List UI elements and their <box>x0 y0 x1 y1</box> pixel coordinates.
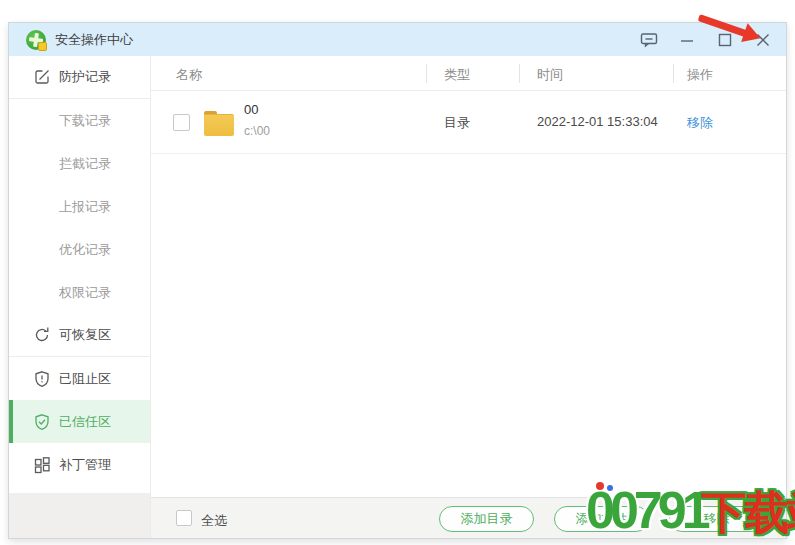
sidebar-item-label: 拦截记录 <box>59 155 111 173</box>
sidebar-item-recoverable-zone[interactable]: 可恢复区 <box>9 314 150 357</box>
remove-button[interactable]: 移除 <box>669 506 764 532</box>
sidebar-item-label: 权限记录 <box>59 284 111 302</box>
sidebar: 防护记录 下载记录 拦截记录 上报记录 优化记录 权限记录 <box>9 56 151 538</box>
app-logo-icon <box>26 30 46 50</box>
add-directory-button[interactable]: 添加目录 <box>439 506 534 532</box>
select-all-checkbox[interactable] <box>176 510 192 526</box>
row-name: 00 <box>244 102 258 117</box>
row-checkbox[interactable] <box>173 114 190 131</box>
titlebar: 安全操作中心 <box>9 23 786 56</box>
column-header-name: 名称 <box>176 66 202 84</box>
footer-bar: 全选 添加目录 添加文件 移除 <box>151 497 786 538</box>
row-type: 目录 <box>444 114 470 132</box>
row-path: c:\00 <box>244 124 270 138</box>
edit-icon <box>33 68 51 86</box>
sidebar-item-label: 优化记录 <box>59 241 111 259</box>
sidebar-item-label: 防护记录 <box>59 68 111 86</box>
column-header-action: 操作 <box>687 66 713 84</box>
sidebar-item-trusted-zone[interactable]: 已信任区 <box>9 400 150 443</box>
sidebar-item-blocked-zone[interactable]: 已阻止区 <box>9 357 150 400</box>
sidebar-item-label: 补丁管理 <box>59 456 111 474</box>
column-divider <box>426 64 427 83</box>
sidebar-item-protection-records[interactable]: 防护记录 <box>9 56 150 99</box>
shield-check-icon <box>33 413 51 431</box>
sidebar-item-report-records[interactable]: 上报记录 <box>9 185 150 228</box>
sidebar-item-label: 已阻止区 <box>59 370 111 388</box>
add-file-button[interactable]: 添加文件 <box>554 506 649 532</box>
column-header-type: 类型 <box>444 66 470 84</box>
row-time: 2022-12-01 15:33:04 <box>537 114 658 129</box>
column-header-time: 时间 <box>537 66 563 84</box>
folder-icon <box>204 111 234 136</box>
column-divider <box>519 64 520 83</box>
sidebar-item-patch-management[interactable]: 补丁管理 <box>9 443 150 486</box>
table-header: 名称 类型 时间 操作 <box>151 56 786 91</box>
feedback-icon[interactable] <box>638 29 660 51</box>
sidebar-item-permission-records[interactable]: 权限记录 <box>9 271 150 314</box>
app-window: 安全操作中心 <box>8 22 787 539</box>
page: 安全操作中心 <box>0 0 795 545</box>
sidebar-item-label: 可恢复区 <box>59 326 111 344</box>
select-all-label: 全选 <box>201 512 227 530</box>
main-panel: 名称 类型 时间 操作 00 c:\00 目录 <box>151 56 786 538</box>
window-title: 安全操作中心 <box>55 31 133 49</box>
sidebar-item-optimize-records[interactable]: 优化记录 <box>9 228 150 271</box>
sidebar-item-label: 下载记录 <box>59 112 111 130</box>
minimize-button[interactable] <box>676 29 698 51</box>
table-row: 00 c:\00 目录 2022-12-01 15:33:04 移除 <box>151 91 786 154</box>
patch-grid-icon <box>33 456 51 474</box>
row-remove-link[interactable]: 移除 <box>687 114 713 132</box>
sidebar-item-label: 上报记录 <box>59 198 111 216</box>
window-body: 防护记录 下载记录 拦截记录 上报记录 优化记录 权限记录 <box>9 56 786 538</box>
refresh-icon <box>33 326 51 344</box>
sidebar-item-label: 已信任区 <box>59 413 111 431</box>
sidebar-item-download-records[interactable]: 下载记录 <box>9 99 150 142</box>
sidebar-item-intercept-records[interactable]: 拦截记录 <box>9 142 150 185</box>
column-divider <box>673 64 674 83</box>
sidebar-footer <box>9 493 150 538</box>
shield-exclamation-icon <box>33 370 51 388</box>
